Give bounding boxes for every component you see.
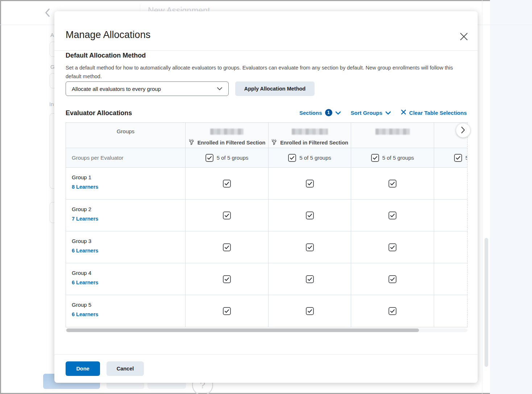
allocation-checkbox[interactable] <box>223 243 231 251</box>
allocation-checkbox[interactable] <box>306 307 314 315</box>
background-right-divider <box>482 0 482 394</box>
table-row: Group 5 6 Learners <box>66 295 467 327</box>
background-field-label-3: In <box>49 101 54 107</box>
clear-x-icon <box>401 109 406 116</box>
select-all-checkbox[interactable] <box>454 154 462 162</box>
allocation-checkbox[interactable] <box>388 211 396 219</box>
allocation-checkbox[interactable] <box>306 180 314 188</box>
allocation-checkbox[interactable] <box>223 211 231 219</box>
dialog-title: Manage Allocations <box>66 29 150 41</box>
allocation-method-select[interactable]: Allocate all evaluators to every group <box>66 81 229 96</box>
chevron-right-icon <box>461 126 465 135</box>
clear-table-selections-button[interactable]: Clear Table Selections <box>401 109 467 116</box>
select-all-checkbox[interactable] <box>371 154 379 162</box>
allocation-checkbox[interactable] <box>388 180 396 188</box>
allocation-checkbox[interactable] <box>388 307 396 315</box>
select-all-checkbox[interactable] <box>288 154 296 162</box>
summary-value: 5 of 5 groups <box>465 155 467 161</box>
learners-link[interactable]: 6 Learners <box>72 280 98 285</box>
redacted-evaluator-name <box>210 129 244 135</box>
summary-value: 5 of 5 groups <box>382 155 414 161</box>
evaluator-allocations-heading: Evaluator Allocations <box>66 109 132 117</box>
summary-value: 5 of 5 groups <box>217 155 249 161</box>
enrolled-filtered-note: Enrolled in Filtered Section <box>198 140 266 146</box>
summary-value: 5 of 5 groups <box>299 155 331 161</box>
allocation-checkbox[interactable] <box>223 307 231 315</box>
table-header-row: Groups Enrolled in Filtered Section <box>66 123 467 148</box>
scroll-columns-right-button[interactable] <box>456 123 470 138</box>
table-row: Group 1 8 Learners <box>66 168 467 200</box>
summary-cell: 5 of 5 groups <box>351 148 434 167</box>
summary-cell: 5 of 5 groups <box>186 148 269 167</box>
table-row: Group 4 6 Learners <box>66 263 467 295</box>
chevron-down-icon <box>217 87 223 91</box>
allocation-checkbox[interactable] <box>306 211 314 219</box>
group-name: Group 4 <box>72 270 185 276</box>
groups-per-evaluator-row: Groups per Evaluator 5 of 5 groups 5 of … <box>66 148 467 168</box>
table-controls: Sections 1 Sort Groups Clear Table Selec… <box>299 109 467 116</box>
chevron-down-icon <box>385 110 391 116</box>
learners-link[interactable]: 7 Learners <box>72 216 98 222</box>
clear-table-selections-label: Clear Table Selections <box>409 110 467 116</box>
summary-cell: 5 of 5 groups <box>269 148 351 167</box>
allocation-checkbox[interactable] <box>306 275 314 283</box>
evaluator-column-header-3 <box>351 123 434 148</box>
summary-cell: 5 of 5 groups <box>434 148 467 167</box>
filter-funnel-icon <box>271 139 277 146</box>
allocation-checkbox[interactable] <box>388 243 396 251</box>
background-field-label-2: G <box>50 64 55 70</box>
screenshot-root: New Assignment A G In ? Manage Allocatio… <box>0 0 532 394</box>
sort-groups-label: Sort Groups <box>351 110 383 116</box>
enrolled-filtered-note: Enrolled in Filtered Section <box>280 140 348 146</box>
allocation-checkbox[interactable] <box>388 275 396 283</box>
groups-column-header: Groups <box>66 123 186 148</box>
footer-divider <box>54 354 478 355</box>
background-field-label-1: A <box>50 32 54 38</box>
sections-label: Sections <box>299 110 322 116</box>
default-method-description: Set a default method for how to automati… <box>66 63 469 81</box>
evaluator-column-header-2: Enrolled in Filtered Section <box>269 123 351 148</box>
group-name: Group 5 <box>72 302 185 308</box>
apply-allocation-method-button[interactable]: Apply Allocation Method <box>235 81 315 96</box>
learners-link[interactable]: 8 Learners <box>72 184 98 190</box>
sort-groups-button[interactable]: Sort Groups <box>351 110 391 116</box>
background-right-pane <box>490 0 532 394</box>
table-row: Group 3 6 Learners <box>66 231 467 263</box>
horizontal-scrollbar-thumb[interactable] <box>66 328 419 332</box>
allocation-method-value: Allocate all evaluators to every group <box>72 86 161 92</box>
back-chevron-icon[interactable] <box>44 8 51 17</box>
manage-allocations-dialog: Manage Allocations Default Allocation Me… <box>54 11 478 383</box>
redacted-evaluator-name <box>375 129 410 135</box>
allocation-checkbox[interactable] <box>223 275 231 283</box>
cancel-button[interactable]: Cancel <box>107 361 144 376</box>
learners-link[interactable]: 6 Learners <box>72 311 98 317</box>
sections-count-badge: 1 <box>325 109 332 116</box>
page-vertical-scrollbar[interactable] <box>485 238 488 367</box>
group-name: Group 2 <box>72 206 185 212</box>
table-row: Group 2 7 Learners <box>66 200 467 231</box>
evaluator-column-header-1: Enrolled in Filtered Section <box>186 123 269 148</box>
done-button[interactable]: Done <box>66 361 100 376</box>
sections-filter-button[interactable]: Sections 1 <box>299 109 341 116</box>
select-all-checkbox[interactable] <box>205 154 213 162</box>
redacted-evaluator-name <box>292 129 328 135</box>
group-name: Group 1 <box>72 174 185 180</box>
allocations-table: Groups Enrolled in Filtered Section <box>66 122 467 327</box>
close-button[interactable] <box>459 32 469 42</box>
allocation-checkbox[interactable] <box>306 243 314 251</box>
header-divider <box>54 50 478 51</box>
table-horizontal-scrollbar[interactable] <box>66 328 467 332</box>
filter-funnel-icon <box>188 139 195 146</box>
group-name: Group 3 <box>72 238 185 244</box>
allocation-checkbox[interactable] <box>223 180 231 188</box>
default-method-heading: Default Allocation Method <box>66 52 146 59</box>
groups-per-evaluator-label: Groups per Evaluator <box>66 148 186 167</box>
learners-link[interactable]: 6 Learners <box>72 248 98 253</box>
close-icon <box>460 33 468 42</box>
chevron-down-icon <box>335 110 341 116</box>
